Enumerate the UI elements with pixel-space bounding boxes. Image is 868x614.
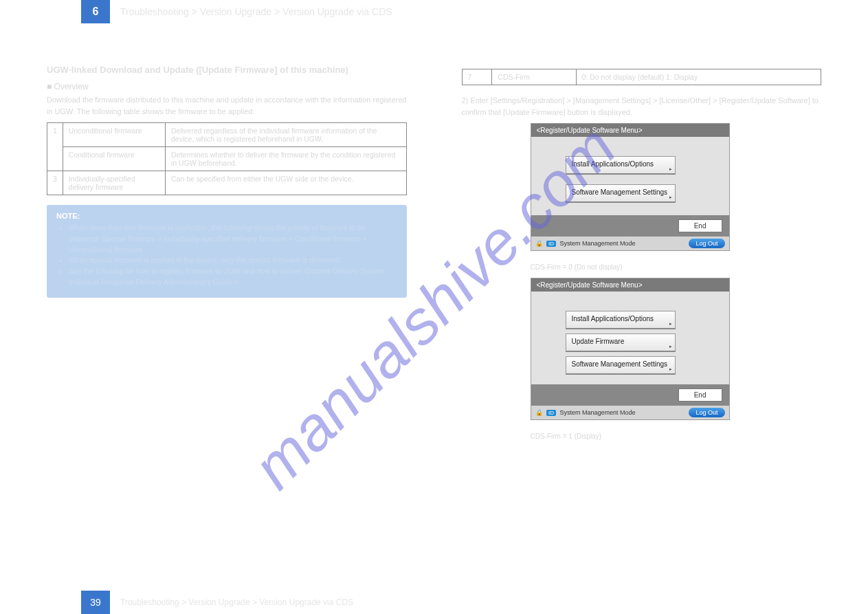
logout-button[interactable]: Log Out <box>689 408 724 417</box>
breadcrumb: Troubleshooting > Version Upgrade > Vers… <box>120 6 392 17</box>
section-title: UGW-linked Download and Update ([Update … <box>47 65 407 75</box>
table-cell: Conditional firmware <box>63 147 165 171</box>
caption-1: CDS-Firm = 0 (Do not display) <box>531 263 822 271</box>
table-cell: 7 <box>462 69 492 85</box>
table-cell: Unconditional firmware <box>63 123 165 147</box>
page-number: 39 <box>81 591 110 614</box>
note-item: When more than one firmware is applicabl… <box>69 223 397 255</box>
table-cell: 3 <box>47 171 63 195</box>
ss-statusbar: 🔒 ID System Management Mode Log Out <box>531 406 729 419</box>
ui-screenshot-nodisplay: <Register/Update Software Menu> Install … <box>531 123 730 251</box>
intro-text: Download the firmware distributed to thi… <box>47 94 407 117</box>
ui-screenshot-display: <Register/Update Software Menu> Install … <box>531 278 730 420</box>
status-text: System Management Mode <box>560 240 636 247</box>
table-cell: Determines whether to deliver the firmwa… <box>166 147 406 171</box>
end-button[interactable]: End <box>678 219 722 232</box>
table-cell: 1 <box>47 123 63 171</box>
note-item: When special firmware is applied in the … <box>69 255 397 266</box>
end-button[interactable]: End <box>678 388 722 402</box>
right-column: 7 CDS-Firm 0: Do not display (default) 1… <box>462 65 822 447</box>
ss-titlebar: <Register/Update Software Menu> <box>531 124 729 137</box>
ss-titlebar: <Register/Update Software Menu> <box>531 278 729 292</box>
caption-2: CDS-Firm = 1 (Display) <box>531 432 822 440</box>
ss-bottombar: End <box>531 215 729 237</box>
chapter-badge: 6 <box>81 0 110 23</box>
install-apps-button[interactable]: Install Applications/Options <box>566 156 676 175</box>
table-cell: CDS-Firm <box>492 69 576 85</box>
id-badge: ID <box>546 410 556 416</box>
table-cell: Can be specified from either the UGW sid… <box>166 171 406 195</box>
software-mgmt-button[interactable]: Software Management Settings <box>566 356 676 375</box>
id-badge: ID <box>546 241 556 247</box>
software-mgmt-button[interactable]: Software Management Settings <box>566 184 676 203</box>
status-text: System Management Mode <box>560 409 636 416</box>
step-text: 2) Enter [Settings/Registration] > [Mana… <box>462 95 822 118</box>
settings-table: 7 CDS-Firm 0: Do not display (default) 1… <box>462 69 822 85</box>
install-apps-button[interactable]: Install Applications/Options <box>566 311 676 329</box>
ss-statusbar: 🔒 ID System Management Mode Log Out <box>531 237 729 250</box>
footer-breadcrumb: Troubleshooting > Version Upgrade > Vers… <box>120 597 353 607</box>
table-cell: 0: Do not display (default) 1: Display <box>576 69 821 85</box>
lock-icon: 🔒 <box>535 409 543 416</box>
update-firmware-button[interactable]: Update Firmware <box>566 333 676 352</box>
firmware-table: 1 Unconditional firmware Delivered regar… <box>47 122 407 195</box>
table-cell: Delivered regardless of the individual f… <box>166 123 406 147</box>
lock-icon: 🔒 <box>535 240 543 247</box>
note-item: See the following for how to register fi… <box>69 266 397 288</box>
logout-button[interactable]: Log Out <box>689 239 724 248</box>
left-column: UGW-linked Download and Update ([Update … <box>47 65 407 447</box>
note-box: NOTE: When more than one firmware is app… <box>47 205 407 298</box>
section-subtitle: ■ Overview <box>47 82 407 91</box>
note-label: NOTE: <box>56 212 80 220</box>
table-cell: Individually-specified delivery firmware <box>63 171 165 195</box>
ss-bottombar: End <box>531 384 729 406</box>
